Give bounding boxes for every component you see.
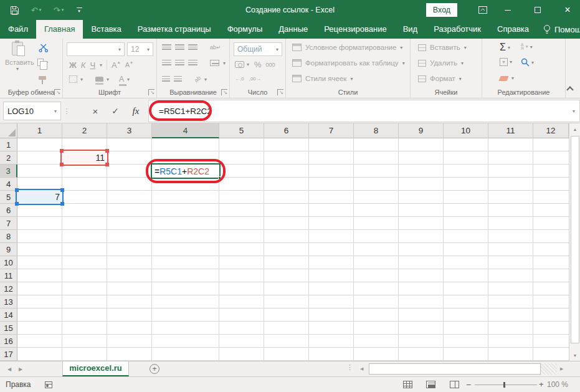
number-format-combo[interactable]: Общий ▾ xyxy=(234,42,282,56)
number-dialog-launcher[interactable]: ↘ xyxy=(277,89,283,95)
row-header-11[interactable]: 11 xyxy=(0,269,17,282)
orientation-button[interactable]: ab xyxy=(193,75,202,84)
column-header-3[interactable]: 3 xyxy=(107,123,152,138)
formula-input[interactable]: =R5C1+R2C2 ▾ xyxy=(148,100,580,122)
row-header-7[interactable]: 7 xyxy=(0,217,17,230)
format-painter-button[interactable] xyxy=(39,76,46,80)
row-header-2[interactable]: 2 xyxy=(0,151,17,165)
wrap-text-button[interactable]: ab↵ xyxy=(210,44,221,50)
cells-area[interactable]: 11 7 =R5C1+R2C2 xyxy=(17,138,569,361)
merge-center-button[interactable] xyxy=(210,60,219,66)
cell-styles-button[interactable]: Стили ячеек ▾ xyxy=(292,75,353,82)
decrease-decimal-button[interactable]: ,00→ xyxy=(249,76,261,82)
underline-button[interactable]: Ч xyxy=(90,60,95,70)
hscroll-right-button[interactable]: ▶ xyxy=(560,361,563,376)
row-header-17[interactable]: 17 xyxy=(0,348,17,361)
cut-button[interactable] xyxy=(39,44,49,54)
decrease-indent-button[interactable] xyxy=(162,76,170,82)
increase-decimal-button[interactable]: ←,0 xyxy=(235,76,244,82)
align-bottom-button[interactable] xyxy=(188,44,197,50)
row-header-8[interactable]: 8 xyxy=(0,230,17,243)
alignment-dialog-launcher[interactable]: ↘ xyxy=(221,89,227,95)
align-top-button[interactable] xyxy=(162,44,171,50)
accounting-format-button[interactable] xyxy=(235,61,244,68)
percent-style-button[interactable]: % xyxy=(254,60,262,69)
column-header-5[interactable]: 5 xyxy=(219,123,264,138)
shrink-font-button[interactable]: А▼ xyxy=(125,61,133,69)
sign-in-button[interactable]: Вход xyxy=(426,3,457,17)
align-right-button[interactable] xyxy=(188,60,197,66)
zoom-level[interactable]: 100 % xyxy=(547,377,568,392)
column-header-6[interactable]: 6 xyxy=(264,123,309,138)
previous-sheet-button[interactable]: ◀ xyxy=(7,361,11,376)
cancel-entry-button[interactable]: × xyxy=(87,102,103,120)
row-header-15[interactable]: 15 xyxy=(0,322,17,335)
tab-data[interactable]: Данные xyxy=(270,20,316,39)
find-select-button[interactable]: ▾ xyxy=(521,58,534,67)
sheet-tab-microexcel[interactable]: microexcel.ru xyxy=(62,361,129,376)
copy-button[interactable]: ▾ xyxy=(37,59,48,66)
row-header-3-selected[interactable]: 3 xyxy=(0,165,17,178)
hscroll-left-button[interactable]: ◀ xyxy=(360,361,363,376)
close-button[interactable]: × xyxy=(557,0,578,20)
tab-review[interactable]: Рецензирование xyxy=(316,20,394,39)
row-header-16[interactable]: 16 xyxy=(0,335,17,348)
page-layout-view-button[interactable] xyxy=(426,381,435,388)
row-header-9[interactable]: 9 xyxy=(0,243,17,256)
ribbon-display-options-button[interactable] xyxy=(472,0,493,20)
tab-insert[interactable]: Вставка xyxy=(83,20,129,39)
maximize-button[interactable] xyxy=(527,0,548,20)
minimize-button[interactable] xyxy=(497,0,518,20)
zoom-slider-thumb[interactable] xyxy=(503,382,505,388)
insert-cells-button[interactable]: Вставить ▾ xyxy=(418,44,467,51)
italic-button[interactable]: К xyxy=(81,60,86,70)
grow-font-button[interactable]: А▲ xyxy=(112,60,121,70)
tab-page-layout[interactable]: Разметка страницы xyxy=(130,20,219,39)
column-header-9[interactable]: 9 xyxy=(399,123,444,138)
scroll-up-button[interactable]: ▲ xyxy=(569,123,580,135)
hscroll-track[interactable] xyxy=(541,363,557,375)
tell-me-assistant[interactable]: Помощн xyxy=(537,20,580,39)
column-header-10[interactable]: 10 xyxy=(444,123,488,138)
column-header-4-selected[interactable]: 4 xyxy=(152,123,219,138)
tab-formulas[interactable]: Формулы xyxy=(219,20,271,39)
format-as-table-button[interactable]: Форматировать как таблицу ▾ xyxy=(292,59,405,67)
zoom-in-button[interactable]: + xyxy=(539,377,544,392)
splitter-dots-icon[interactable]: ⋮ xyxy=(346,363,353,371)
tab-developer[interactable]: Разработчик xyxy=(425,20,489,39)
delete-cells-button[interactable]: Удалить ▾ xyxy=(418,59,464,67)
name-box[interactable]: LOG10 ▾ xyxy=(3,102,61,120)
column-header-8[interactable]: 8 xyxy=(354,123,399,138)
align-middle-button[interactable] xyxy=(175,44,184,50)
add-sheet-button[interactable]: + xyxy=(150,364,159,374)
conditional-formatting-button[interactable]: Условное форматирование ▾ xyxy=(292,44,402,51)
zoom-out-button[interactable]: − xyxy=(466,377,471,392)
paste-button[interactable]: Вставить ▾ xyxy=(5,42,30,72)
column-header-7[interactable]: 7 xyxy=(309,123,354,138)
comma-style-button[interactable]: 000 xyxy=(266,62,275,68)
clipboard-dialog-launcher[interactable]: ↘ xyxy=(54,89,60,95)
align-center-button[interactable] xyxy=(175,60,184,66)
font-color-button[interactable]: А xyxy=(119,75,124,84)
tab-view[interactable]: Вид xyxy=(395,20,426,39)
vertical-scrollbar[interactable]: ▲ ▼ xyxy=(569,123,580,361)
horizontal-scroll-thumb[interactable] xyxy=(369,363,541,375)
tab-file[interactable]: Файл xyxy=(0,20,36,39)
cell-r5c1[interactable]: 7 xyxy=(16,189,64,205)
row-header-6[interactable]: 6 xyxy=(0,204,17,217)
zoom-slider-track[interactable] xyxy=(475,385,537,385)
expand-formula-bar-button[interactable]: ▾ xyxy=(573,108,575,114)
normal-view-button[interactable] xyxy=(403,381,412,388)
sort-filter-button[interactable]: АЯ ▼ ▾ xyxy=(521,43,533,50)
borders-button[interactable] xyxy=(69,75,77,83)
fill-color-button[interactable] xyxy=(95,77,103,82)
name-box-splitter[interactable]: ⋮ xyxy=(62,102,71,120)
tab-home[interactable]: Главная xyxy=(36,20,83,39)
macro-record-icon[interactable] xyxy=(45,381,52,388)
scroll-down-button[interactable]: ▼ xyxy=(569,350,580,361)
row-header-13[interactable]: 13 xyxy=(0,295,17,308)
column-header-2[interactable]: 2 xyxy=(62,123,107,138)
row-header-14[interactable]: 14 xyxy=(0,308,17,322)
fill-handle[interactable] xyxy=(218,176,221,179)
fill-button[interactable]: ▼ ▾ xyxy=(500,58,512,66)
